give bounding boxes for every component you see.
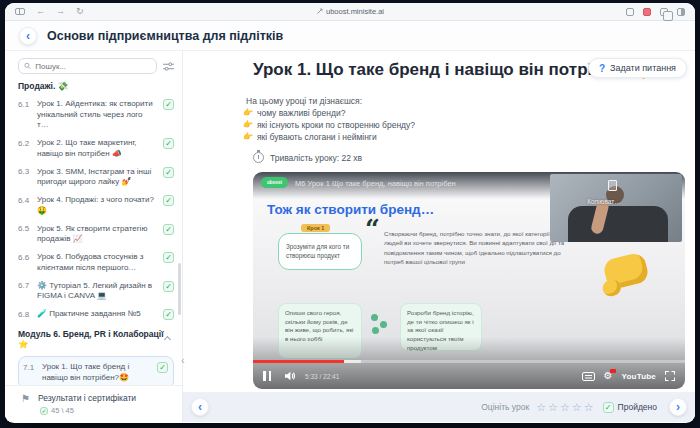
fullscreen-icon[interactable] <box>665 371 675 381</box>
quote-mark-icon: “ <box>365 214 380 244</box>
lesson-title: Урок 1. Айдентика: як створити унікальни… <box>37 99 155 131</box>
settings-gear-icon[interactable]: ⚙ <box>604 371 613 381</box>
completed-checkbox-icon[interactable]: ✓ <box>163 309 174 320</box>
star-icon[interactable]: ☆ <box>548 402 558 413</box>
ask-question-label: Задати питання <box>610 63 676 73</box>
dots-decoration <box>367 314 389 336</box>
app-header: ‹ Основи підприємництва для підлітків <box>5 21 695 51</box>
previous-lesson-button[interactable]: ‹ <box>191 398 209 416</box>
duration-row: Тривалість уроку: 22 хв <box>253 152 362 163</box>
lesson-number: 6.8 <box>18 309 31 319</box>
subtitles-icon[interactable] <box>582 372 595 381</box>
extension-icon[interactable] <box>643 8 651 16</box>
lesson-item[interactable]: 6.7 ⚙️ Туторіал 5. Легкий дизайн в FIGMA… <box>18 281 174 302</box>
flag-icon: ⚑ <box>21 393 30 404</box>
browser-toolbar: ← → ↻ uboost.minisite.ai <box>5 3 695 21</box>
presenter-silhouette <box>568 206 668 242</box>
lesson-bullet: 👉 чому важливі бренди? <box>243 108 345 118</box>
sidebar-toggle-icon[interactable] <box>15 8 25 15</box>
pointing-finger-icon: 👉 <box>243 120 253 130</box>
next-lesson-button[interactable]: › <box>669 398 687 416</box>
copy-icon <box>608 180 617 191</box>
slide-heading: Тож як створити бренд… <box>267 202 434 217</box>
search-input[interactable] <box>35 62 151 71</box>
sidebar-scrollbar[interactable] <box>178 263 181 315</box>
bullet-text: які бувають слогани і неймінги <box>257 132 377 142</box>
step-1-bubble: Зрозуміти для кого ти створюєш продукт <box>278 233 362 270</box>
youtube-logo[interactable]: YouTube <box>622 372 656 381</box>
completed-checkbox-icon[interactable]: ✓ <box>163 224 174 235</box>
time-display: 5:33 / 22:41 <box>305 373 339 380</box>
completed-checkbox-icon[interactable]: ✓ <box>163 195 174 206</box>
video-player[interactable]: uboost М6 Урок 1 Що таке бренд, навіщо в… <box>253 172 685 389</box>
lesson-bullet: 👉 які існують кроки по створенню бренду? <box>243 120 415 130</box>
reload-icon[interactable]: ↻ <box>76 7 84 16</box>
url-text: uboost.minisite.ai <box>326 7 384 16</box>
address-bar[interactable]: uboost.minisite.ai <box>316 7 384 16</box>
filter-icon[interactable] <box>163 62 174 71</box>
volume-icon[interactable] <box>284 371 296 381</box>
lesson-number: 6.3 <box>18 167 31 177</box>
lesson-title: Урок 4. Продажі: з чого почати? 🤑 <box>37 195 155 216</box>
star-rating[interactable]: ☆☆☆☆☆ <box>536 402 593 413</box>
forward-icon[interactable]: → <box>56 7 65 16</box>
completed-toggle[interactable]: ✓ Пройдено <box>601 402 657 413</box>
lesson-intro: На цьому уроці ти дізнаєшся: <box>246 96 362 106</box>
sidebar-collapse-button[interactable]: ‹ <box>177 354 189 368</box>
module-6-label: Модуль 6. Бренд, PR і Колаборації ⭐ <box>18 329 165 349</box>
completed-checkbox-icon[interactable]: ✓ <box>163 281 174 292</box>
pointing-finger-icon: 👉 <box>243 132 253 142</box>
browser-window: ← → ↻ uboost.minisite.ai ‹ Основи підпри… <box>5 3 695 423</box>
completed-checkbox-icon[interactable]: ✓ <box>163 99 174 110</box>
star-icon[interactable]: ☆ <box>560 402 570 413</box>
lesson-title: Урок 2. Що таке маркетинг, навіщо він по… <box>37 138 155 159</box>
lesson-bullet: 👉 які бувають слогани і неймінги <box>243 132 377 142</box>
lesson-number: 7.1 <box>23 362 36 372</box>
back-icon[interactable]: ← <box>36 7 45 16</box>
pause-button[interactable] <box>263 371 271 381</box>
lesson-item[interactable]: 6.1 Урок 1. Айдентика: як створити уніка… <box>18 99 174 131</box>
question-mark-icon: ? <box>599 63 605 74</box>
lesson-item[interactable]: 6.5 Урок 5. Як створити стратегію продаж… <box>18 224 174 245</box>
module-section-label: Продажі. 💸 <box>18 81 174 91</box>
lesson-item-active[interactable]: 7.1 Урок 1. Що таке бренд і навіщо він п… <box>23 362 168 383</box>
presenter-webcam: Копіюват… <box>550 174 682 242</box>
module-6-header[interactable]: Модуль 6. Бренд, PR і Колаборації ⭐ <box>18 329 174 349</box>
lesson-number: 6.5 <box>18 224 31 234</box>
rate-lesson-label: Оцініть урок <box>481 402 529 412</box>
star-icon[interactable]: ☆ <box>572 402 582 413</box>
slide-quote: Створюючи бренд, потрібно точно знати, д… <box>384 229 566 266</box>
lesson-title: 🧪 Практичне завдання №5 <box>37 309 155 320</box>
completed-checkbox-icon[interactable]: ✓ <box>157 362 168 373</box>
ask-question-button[interactable]: ? Задати питання <box>588 58 687 78</box>
lesson-item[interactable]: 6.2 Урок 2. Що таке маркетинг, навіщо ві… <box>18 138 174 159</box>
lesson-item[interactable]: 6.3 Урок 3. SMM, Інстаграм та інші приго… <box>18 167 174 188</box>
lesson-item[interactable]: 6.4 Урок 4. Продажі: з чого почати? 🤑 ✓ <box>18 195 174 216</box>
bullet-text: які існують кроки по створенню бренду? <box>257 120 415 130</box>
results-footer[interactable]: ⚑ Результати і сертифікати ✓ 45 \ 45 <box>5 385 182 422</box>
translate-icon[interactable] <box>626 8 634 16</box>
lesson-number: 6.1 <box>18 99 31 109</box>
lesson-item[interactable]: 6.6 Урок 6. Побудова стосунків з клієнта… <box>18 252 174 273</box>
star-icon[interactable]: ☆ <box>536 402 546 413</box>
desktop-background: ← → ↻ uboost.minisite.ai ‹ Основи підпри… <box>0 0 700 428</box>
copy-tab-icon[interactable] <box>660 8 668 16</box>
lesson-title: Урок 1. Що таке бренд і навіщо він потрі… <box>42 362 149 383</box>
video-controls: 5:33 / 22:41 ⚙ YouTube <box>253 363 685 389</box>
search-input-wrap[interactable] <box>18 58 157 74</box>
page-body: Продажі. 💸 6.1 Урок 1. Айдентика: як ств… <box>5 51 695 422</box>
stopwatch-icon <box>253 152 264 163</box>
star-icon[interactable]: ☆ <box>584 402 594 413</box>
tab-overview-icon[interactable] <box>677 8 685 16</box>
lesson-item[interactable]: 6.8 🧪 Практичне завдання №5 ✓ <box>18 309 174 320</box>
completed-checkbox-icon[interactable]: ✓ <box>163 252 174 263</box>
back-to-courses-button[interactable]: ‹ <box>19 27 37 45</box>
fist-emoji-graphic <box>602 251 650 290</box>
done-checkbox-icon[interactable]: ✓ <box>603 402 614 413</box>
completed-checkbox-icon[interactable]: ✓ <box>163 167 174 178</box>
step-1-tag: Крок 1 <box>301 224 330 232</box>
lesson-title: Урок 5. Як створити стратегію продажів 📈 <box>37 224 155 245</box>
bullet-text: чому важливі бренди? <box>257 108 345 118</box>
site-link-icon <box>316 8 323 15</box>
completed-checkbox-icon[interactable]: ✓ <box>163 138 174 149</box>
